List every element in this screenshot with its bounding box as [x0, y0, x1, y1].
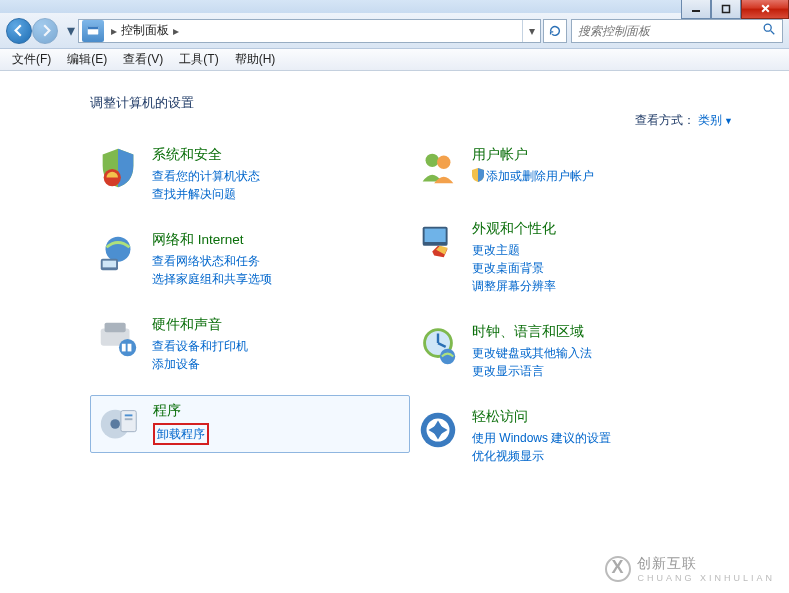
category-title[interactable]: 轻松访问 — [472, 408, 611, 426]
category-link[interactable]: 卸载程序 — [153, 423, 209, 445]
back-button[interactable] — [6, 18, 32, 44]
category-link[interactable]: 更改显示语言 — [472, 362, 592, 380]
minimize-button[interactable] — [681, 0, 711, 19]
category-icon — [94, 314, 142, 362]
category-title[interactable]: 网络和 Internet — [152, 231, 272, 249]
category-title[interactable]: 系统和安全 — [152, 146, 260, 164]
svg-rect-20 — [125, 414, 133, 416]
window-controls — [681, 0, 789, 19]
view-mode-chevron-icon[interactable]: ▼ — [724, 116, 733, 126]
category-left-2: 硬件和声音查看设备和打印机添加设备 — [90, 310, 410, 377]
category-link[interactable]: 选择家庭组和共享选项 — [152, 270, 272, 288]
category-left-3: 程序卸载程序 — [90, 395, 410, 453]
category-link[interactable]: 使用 Windows 建议的设置 — [472, 429, 611, 447]
svg-point-18 — [110, 419, 120, 429]
menu-bar: 文件(F) 编辑(E) 查看(V) 工具(T) 帮助(H) — [0, 49, 789, 71]
page-heading: 调整计算机的设置 — [90, 95, 757, 112]
view-mode-value[interactable]: 类别 — [698, 113, 722, 127]
watermark-brand: 创新互联 — [637, 555, 697, 571]
svg-point-6 — [764, 24, 771, 31]
control-panel-icon — [82, 20, 104, 42]
categories-left-column: 系统和安全查看您的计算机状态查找并解决问题网络和 Internet查看网络状态和… — [90, 140, 410, 487]
category-title[interactable]: 程序 — [153, 402, 209, 420]
breadcrumb-separator-2[interactable]: ▸ — [169, 24, 183, 38]
watermark-logo-icon — [605, 556, 631, 582]
category-body: 用户帐户添加或删除用户帐户 — [472, 144, 594, 192]
svg-point-22 — [426, 154, 439, 167]
category-icon — [414, 406, 462, 454]
category-icon — [95, 400, 143, 448]
category-link[interactable]: 更改键盘或其他输入法 — [472, 344, 592, 362]
address-dropdown-icon[interactable]: ▾ — [522, 20, 540, 42]
menu-edit[interactable]: 编辑(E) — [59, 51, 115, 68]
category-link[interactable]: 更改桌面背景 — [472, 259, 556, 277]
view-mode-label: 查看方式： — [635, 113, 695, 127]
refresh-button[interactable] — [543, 19, 567, 43]
svg-rect-16 — [128, 344, 132, 352]
category-link[interactable]: 查看您的计算机状态 — [152, 167, 260, 185]
svg-rect-13 — [105, 323, 126, 333]
category-title[interactable]: 外观和个性化 — [472, 220, 556, 238]
category-right-2: 时钟、语言和区域更改键盘或其他输入法更改显示语言 — [410, 317, 730, 384]
title-bar — [0, 0, 789, 13]
svg-rect-25 — [425, 229, 446, 242]
recent-pages-chevron[interactable]: ▾ — [64, 21, 78, 40]
category-link[interactable]: 查找并解决问题 — [152, 185, 260, 203]
category-body: 系统和安全查看您的计算机状态查找并解决问题 — [152, 144, 260, 203]
category-right-3: 轻松访问使用 Windows 建议的设置优化视频显示 — [410, 402, 730, 469]
search-input[interactable] — [578, 24, 762, 38]
forward-button[interactable] — [32, 18, 58, 44]
menu-view[interactable]: 查看(V) — [115, 51, 171, 68]
category-body: 网络和 Internet查看网络状态和任务选择家庭组和共享选项 — [152, 229, 272, 288]
category-right-0: 用户帐户添加或删除用户帐户 — [410, 140, 730, 196]
search-box[interactable] — [571, 19, 783, 43]
menu-help[interactable]: 帮助(H) — [227, 51, 284, 68]
svg-point-23 — [437, 156, 450, 169]
categories-grid: 系统和安全查看您的计算机状态查找并解决问题网络和 Internet查看网络状态和… — [90, 140, 757, 487]
svg-point-14 — [119, 339, 136, 356]
maximize-button[interactable] — [711, 0, 741, 19]
watermark: 创新互联 CHUANG XINHULIAN — [597, 551, 783, 587]
categories-right-column: 用户帐户添加或删除用户帐户外观和个性化更改主题更改桌面背景调整屏幕分辨率时钟、语… — [410, 140, 730, 487]
svg-rect-21 — [125, 418, 133, 420]
category-link[interactable]: 查看设备和打印机 — [152, 337, 248, 355]
menu-file[interactable]: 文件(F) — [4, 51, 59, 68]
category-icon — [414, 321, 462, 369]
view-mode-row: 查看方式： 类别▼ — [635, 112, 733, 129]
svg-point-9 — [106, 237, 131, 262]
category-left-0: 系统和安全查看您的计算机状态查找并解决问题 — [90, 140, 410, 207]
category-link[interactable]: 添加设备 — [152, 355, 248, 373]
category-left-1: 网络和 Internet查看网络状态和任务选择家庭组和共享选项 — [90, 225, 410, 292]
breadcrumb-separator: ▸ — [107, 24, 121, 38]
category-link[interactable]: 更改主题 — [472, 241, 556, 259]
category-body: 轻松访问使用 Windows 建议的设置优化视频显示 — [472, 406, 611, 465]
category-link[interactable]: 优化视频显示 — [472, 447, 611, 465]
svg-rect-1 — [723, 5, 730, 12]
category-right-1: 外观和个性化更改主题更改桌面背景调整屏幕分辨率 — [410, 214, 730, 299]
content-area: 调整计算机的设置 查看方式： 类别▼ 系统和安全查看您的计算机状态查找并解决问题… — [0, 71, 789, 497]
svg-rect-5 — [88, 26, 99, 29]
category-title[interactable]: 时钟、语言和区域 — [472, 323, 592, 341]
menu-tools[interactable]: 工具(T) — [171, 51, 226, 68]
category-body: 外观和个性化更改主题更改桌面背景调整屏幕分辨率 — [472, 218, 556, 295]
nav-bar: ▾ ▸ 控制面板 ▸ ▾ — [0, 13, 789, 49]
watermark-url: CHUANG XINHULIAN — [637, 573, 775, 583]
category-icon — [414, 218, 462, 266]
category-icon — [94, 144, 142, 192]
nav-arrows — [6, 18, 58, 44]
category-link[interactable]: 添加或删除用户帐户 — [472, 167, 594, 185]
category-icon — [414, 144, 462, 192]
category-link[interactable]: 查看网络状态和任务 — [152, 252, 272, 270]
close-button[interactable] — [741, 0, 789, 19]
category-link[interactable]: 调整屏幕分辨率 — [472, 277, 556, 295]
category-body: 硬件和声音查看设备和打印机添加设备 — [152, 314, 248, 373]
svg-rect-19 — [121, 411, 136, 432]
category-title[interactable]: 硬件和声音 — [152, 316, 248, 334]
category-body: 程序卸载程序 — [153, 400, 209, 448]
category-title[interactable]: 用户帐户 — [472, 146, 594, 164]
svg-rect-11 — [103, 261, 116, 268]
address-bar[interactable]: ▸ 控制面板 ▸ ▾ — [78, 19, 541, 43]
breadcrumb-text[interactable]: 控制面板 — [121, 22, 169, 39]
svg-rect-15 — [122, 344, 126, 352]
search-icon[interactable] — [762, 22, 776, 39]
